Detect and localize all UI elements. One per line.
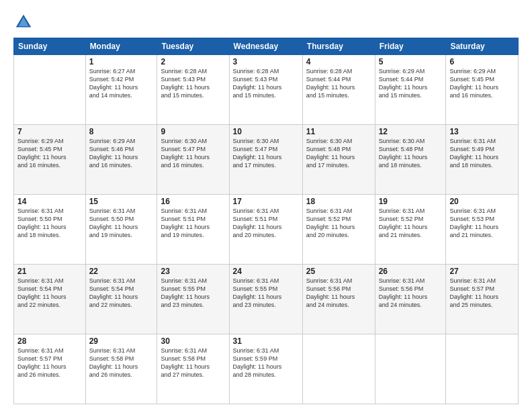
calendar-cell: 12Sunrise: 6:30 AM Sunset: 5:48 PM Dayli… bbox=[375, 125, 446, 195]
day-info: Sunrise: 6:29 AM Sunset: 5:45 PM Dayligh… bbox=[449, 67, 515, 100]
day-number: 29 bbox=[89, 336, 154, 346]
day-number: 22 bbox=[89, 267, 154, 276]
day-number: 19 bbox=[379, 197, 443, 206]
day-number: 4 bbox=[306, 57, 371, 66]
day-info: Sunrise: 6:29 AM Sunset: 5:45 PM Dayligh… bbox=[17, 137, 82, 170]
day-info: Sunrise: 6:31 AM Sunset: 5:57 PM Dayligh… bbox=[449, 277, 515, 310]
calendar-cell: 23Sunrise: 6:31 AM Sunset: 5:55 PM Dayli… bbox=[157, 265, 229, 334]
calendar-cell: 9Sunrise: 6:30 AM Sunset: 5:47 PM Daylig… bbox=[157, 125, 229, 195]
calendar-cell bbox=[14, 55, 86, 125]
calendar-cell: 26Sunrise: 6:31 AM Sunset: 5:56 PM Dayli… bbox=[375, 265, 446, 334]
day-info: Sunrise: 6:31 AM Sunset: 5:58 PM Dayligh… bbox=[89, 347, 154, 379]
day-info: Sunrise: 6:31 AM Sunset: 5:58 PM Dayligh… bbox=[161, 347, 225, 379]
calendar-cell bbox=[375, 334, 446, 404]
calendar-table: SundayMondayTuesdayWednesdayThursdayFrid… bbox=[13, 38, 519, 404]
day-info: Sunrise: 6:31 AM Sunset: 5:55 PM Dayligh… bbox=[161, 277, 225, 310]
page: SundayMondayTuesdayWednesdayThursdayFrid… bbox=[0, 0, 532, 411]
day-info: Sunrise: 6:28 AM Sunset: 5:43 PM Dayligh… bbox=[161, 67, 225, 100]
day-number: 15 bbox=[89, 197, 154, 206]
calendar-cell: 24Sunrise: 6:31 AM Sunset: 5:55 PM Dayli… bbox=[229, 265, 302, 334]
calendar-week-row: 21Sunrise: 6:31 AM Sunset: 5:54 PM Dayli… bbox=[14, 265, 519, 334]
day-info: Sunrise: 6:31 AM Sunset: 5:51 PM Dayligh… bbox=[233, 207, 299, 240]
weekday-header: Wednesday bbox=[229, 38, 302, 55]
logo-icon bbox=[13, 12, 34, 32]
weekday-header: Saturday bbox=[446, 38, 519, 55]
calendar-cell: 30Sunrise: 6:31 AM Sunset: 5:58 PM Dayli… bbox=[157, 334, 229, 404]
day-info: Sunrise: 6:28 AM Sunset: 5:44 PM Dayligh… bbox=[306, 67, 371, 100]
day-info: Sunrise: 6:31 AM Sunset: 5:59 PM Dayligh… bbox=[233, 347, 299, 379]
day-info: Sunrise: 6:31 AM Sunset: 5:53 PM Dayligh… bbox=[449, 207, 515, 240]
calendar-cell: 15Sunrise: 6:31 AM Sunset: 5:50 PM Dayli… bbox=[85, 195, 157, 265]
day-number: 7 bbox=[17, 127, 82, 136]
day-number: 17 bbox=[233, 197, 299, 206]
calendar-cell: 5Sunrise: 6:29 AM Sunset: 5:44 PM Daylig… bbox=[375, 55, 446, 125]
day-info: Sunrise: 6:30 AM Sunset: 5:48 PM Dayligh… bbox=[306, 137, 371, 170]
day-info: Sunrise: 6:31 AM Sunset: 5:50 PM Dayligh… bbox=[17, 207, 82, 240]
day-number: 9 bbox=[161, 127, 225, 136]
day-number: 1 bbox=[89, 57, 154, 66]
day-number: 11 bbox=[306, 127, 371, 136]
day-info: Sunrise: 6:29 AM Sunset: 5:44 PM Dayligh… bbox=[379, 67, 443, 100]
calendar-cell bbox=[302, 334, 375, 404]
day-number: 6 bbox=[449, 57, 515, 66]
weekday-header: Friday bbox=[375, 38, 446, 55]
day-info: Sunrise: 6:31 AM Sunset: 5:54 PM Dayligh… bbox=[17, 277, 82, 310]
logo bbox=[13, 12, 36, 32]
day-info: Sunrise: 6:31 AM Sunset: 5:52 PM Dayligh… bbox=[379, 207, 443, 240]
day-number: 23 bbox=[161, 267, 225, 276]
calendar-cell: 28Sunrise: 6:31 AM Sunset: 5:57 PM Dayli… bbox=[14, 334, 86, 404]
day-number: 3 bbox=[233, 57, 299, 66]
day-number: 25 bbox=[306, 267, 371, 276]
day-number: 13 bbox=[449, 127, 515, 136]
day-info: Sunrise: 6:28 AM Sunset: 5:43 PM Dayligh… bbox=[233, 67, 299, 100]
calendar-cell: 7Sunrise: 6:29 AM Sunset: 5:45 PM Daylig… bbox=[14, 125, 86, 195]
day-number: 10 bbox=[233, 127, 299, 136]
day-info: Sunrise: 6:31 AM Sunset: 5:56 PM Dayligh… bbox=[379, 277, 443, 310]
weekday-header: Monday bbox=[85, 38, 157, 55]
calendar-cell: 21Sunrise: 6:31 AM Sunset: 5:54 PM Dayli… bbox=[14, 265, 86, 334]
calendar-cell: 19Sunrise: 6:31 AM Sunset: 5:52 PM Dayli… bbox=[375, 195, 446, 265]
calendar-cell: 14Sunrise: 6:31 AM Sunset: 5:50 PM Dayli… bbox=[14, 195, 86, 265]
calendar-week-row: 14Sunrise: 6:31 AM Sunset: 5:50 PM Dayli… bbox=[14, 195, 519, 265]
day-number: 18 bbox=[306, 197, 371, 206]
calendar-cell: 2Sunrise: 6:28 AM Sunset: 5:43 PM Daylig… bbox=[157, 55, 229, 125]
calendar-cell: 10Sunrise: 6:30 AM Sunset: 5:47 PM Dayli… bbox=[229, 125, 302, 195]
calendar-cell: 25Sunrise: 6:31 AM Sunset: 5:56 PM Dayli… bbox=[302, 265, 375, 334]
day-info: Sunrise: 6:27 AM Sunset: 5:42 PM Dayligh… bbox=[89, 67, 154, 100]
calendar-cell: 13Sunrise: 6:31 AM Sunset: 5:49 PM Dayli… bbox=[446, 125, 519, 195]
day-info: Sunrise: 6:31 AM Sunset: 5:55 PM Dayligh… bbox=[233, 277, 299, 310]
calendar-cell: 27Sunrise: 6:31 AM Sunset: 5:57 PM Dayli… bbox=[446, 265, 519, 334]
day-number: 28 bbox=[17, 336, 82, 346]
calendar-header-row: SundayMondayTuesdayWednesdayThursdayFrid… bbox=[14, 38, 519, 55]
day-number: 24 bbox=[233, 267, 299, 276]
day-info: Sunrise: 6:31 AM Sunset: 5:49 PM Dayligh… bbox=[449, 137, 515, 170]
day-info: Sunrise: 6:31 AM Sunset: 5:51 PM Dayligh… bbox=[161, 207, 225, 240]
calendar-cell: 6Sunrise: 6:29 AM Sunset: 5:45 PM Daylig… bbox=[446, 55, 519, 125]
calendar-week-row: 28Sunrise: 6:31 AM Sunset: 5:57 PM Dayli… bbox=[14, 334, 519, 404]
day-info: Sunrise: 6:30 AM Sunset: 5:48 PM Dayligh… bbox=[379, 137, 443, 170]
calendar-cell: 8Sunrise: 6:29 AM Sunset: 5:46 PM Daylig… bbox=[85, 125, 157, 195]
calendar-cell: 3Sunrise: 6:28 AM Sunset: 5:43 PM Daylig… bbox=[229, 55, 302, 125]
day-info: Sunrise: 6:30 AM Sunset: 5:47 PM Dayligh… bbox=[161, 137, 225, 170]
calendar-cell: 1Sunrise: 6:27 AM Sunset: 5:42 PM Daylig… bbox=[85, 55, 157, 125]
day-number: 12 bbox=[379, 127, 443, 136]
day-info: Sunrise: 6:29 AM Sunset: 5:46 PM Dayligh… bbox=[89, 137, 154, 170]
weekday-header: Sunday bbox=[14, 38, 86, 55]
calendar-cell: 11Sunrise: 6:30 AM Sunset: 5:48 PM Dayli… bbox=[302, 125, 375, 195]
calendar-week-row: 1Sunrise: 6:27 AM Sunset: 5:42 PM Daylig… bbox=[14, 55, 519, 125]
day-number: 21 bbox=[17, 267, 82, 276]
calendar-cell: 18Sunrise: 6:31 AM Sunset: 5:52 PM Dayli… bbox=[302, 195, 375, 265]
day-number: 20 bbox=[449, 197, 515, 206]
day-info: Sunrise: 6:31 AM Sunset: 5:54 PM Dayligh… bbox=[89, 277, 154, 310]
day-number: 26 bbox=[379, 267, 443, 276]
day-number: 8 bbox=[89, 127, 154, 136]
calendar-cell: 22Sunrise: 6:31 AM Sunset: 5:54 PM Dayli… bbox=[85, 265, 157, 334]
day-number: 14 bbox=[17, 197, 82, 206]
calendar-week-row: 7Sunrise: 6:29 AM Sunset: 5:45 PM Daylig… bbox=[14, 125, 519, 195]
day-info: Sunrise: 6:31 AM Sunset: 5:50 PM Dayligh… bbox=[89, 207, 154, 240]
calendar-cell bbox=[446, 334, 519, 404]
day-number: 16 bbox=[161, 197, 225, 206]
calendar-cell: 29Sunrise: 6:31 AM Sunset: 5:58 PM Dayli… bbox=[85, 334, 157, 404]
calendar-cell: 20Sunrise: 6:31 AM Sunset: 5:53 PM Dayli… bbox=[446, 195, 519, 265]
day-info: Sunrise: 6:30 AM Sunset: 5:47 PM Dayligh… bbox=[233, 137, 299, 170]
